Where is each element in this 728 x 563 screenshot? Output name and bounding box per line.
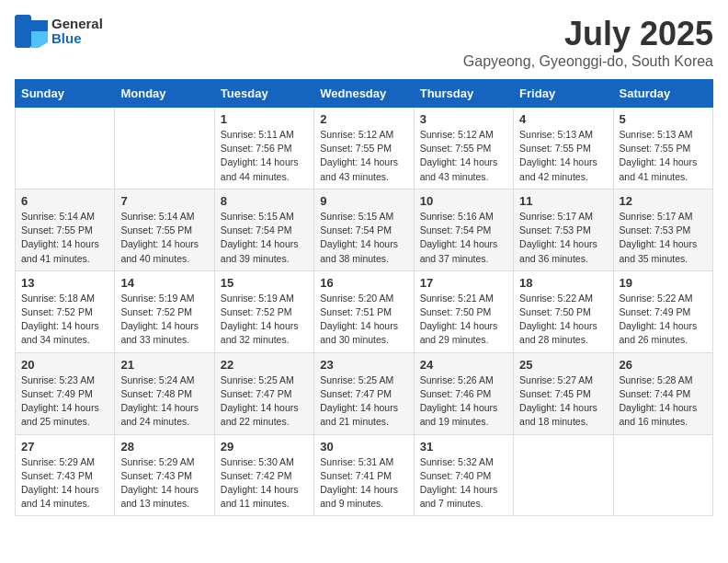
day-number: 30 [320,440,407,454]
day-number: 15 [221,276,308,290]
day-info: Sunrise: 5:12 AM Sunset: 7:55 PM Dayligh… [320,128,407,184]
day-number: 1 [221,112,308,126]
day-info: Sunrise: 5:29 AM Sunset: 7:43 PM Dayligh… [120,455,208,511]
day-info: Sunrise: 5:13 AM Sunset: 7:55 PM Dayligh… [519,128,607,184]
calendar-cell: 9Sunrise: 5:15 AM Sunset: 7:54 PM Daylig… [314,189,414,270]
calendar-cell: 2Sunrise: 5:12 AM Sunset: 7:55 PM Daylig… [314,108,414,190]
day-number: 7 [120,194,208,208]
logo-blue: Blue [51,30,82,46]
day-info: Sunrise: 5:22 AM Sunset: 7:49 PM Dayligh… [620,292,707,348]
day-number: 21 [120,358,208,372]
calendar-week-row: 6Sunrise: 5:14 AM Sunset: 7:55 PM Daylig… [16,189,713,270]
day-info: Sunrise: 5:15 AM Sunset: 7:54 PM Dayligh… [221,210,308,266]
day-number: 13 [21,276,108,290]
day-number: 11 [519,194,607,208]
day-number: 8 [221,194,308,208]
svg-rect-0 [15,15,31,48]
day-number: 29 [221,440,308,454]
calendar-cell: 22Sunrise: 5:25 AM Sunset: 7:47 PM Dayli… [214,352,313,434]
day-info: Sunrise: 5:30 AM Sunset: 7:42 PM Dayligh… [221,455,308,511]
day-info: Sunrise: 5:15 AM Sunset: 7:54 PM Dayligh… [320,210,407,266]
calendar-week-row: 20Sunrise: 5:23 AM Sunset: 7:49 PM Dayli… [16,352,713,434]
day-number: 19 [620,276,707,290]
day-header-wednesday: Wednesday [314,80,414,108]
day-info: Sunrise: 5:13 AM Sunset: 7:55 PM Dayligh… [620,128,707,184]
day-number: 25 [519,358,607,372]
calendar-cell: 5Sunrise: 5:13 AM Sunset: 7:55 PM Daylig… [613,108,712,190]
day-info: Sunrise: 5:25 AM Sunset: 7:47 PM Dayligh… [320,373,407,430]
calendar-cell: 30Sunrise: 5:31 AM Sunset: 7:41 PM Dayli… [314,434,414,516]
day-header-tuesday: Tuesday [214,80,313,108]
day-number: 22 [221,358,308,372]
day-info: Sunrise: 5:27 AM Sunset: 7:45 PM Dayligh… [519,373,607,430]
calendar-cell [514,434,613,516]
calendar-cell: 14Sunrise: 5:19 AM Sunset: 7:52 PM Dayli… [115,270,214,352]
calendar-cell [613,434,712,516]
day-info: Sunrise: 5:23 AM Sunset: 7:49 PM Dayligh… [21,373,108,430]
day-info: Sunrise: 5:32 AM Sunset: 7:40 PM Dayligh… [420,455,507,511]
day-header-sunday: Sunday [16,80,115,108]
day-number: 23 [320,358,407,372]
day-info: Sunrise: 5:24 AM Sunset: 7:48 PM Dayligh… [120,373,208,430]
day-number: 3 [420,112,507,126]
calendar-week-row: 1Sunrise: 5:11 AM Sunset: 7:56 PM Daylig… [16,108,713,190]
day-info: Sunrise: 5:19 AM Sunset: 7:52 PM Dayligh… [221,292,308,348]
day-info: Sunrise: 5:17 AM Sunset: 7:53 PM Dayligh… [620,210,707,266]
calendar-cell: 20Sunrise: 5:23 AM Sunset: 7:49 PM Dayli… [16,352,115,434]
day-number: 24 [420,358,507,372]
calendar-cell: 7Sunrise: 5:14 AM Sunset: 7:55 PM Daylig… [115,189,214,270]
day-number: 17 [420,276,507,290]
day-header-saturday: Saturday [613,80,712,108]
calendar-cell: 13Sunrise: 5:18 AM Sunset: 7:52 PM Dayli… [16,270,115,352]
logo-icon [15,15,48,48]
day-number: 18 [519,276,607,290]
day-header-thursday: Thursday [414,80,513,108]
calendar-cell: 26Sunrise: 5:28 AM Sunset: 7:44 PM Dayli… [613,352,712,434]
day-info: Sunrise: 5:16 AM Sunset: 7:54 PM Dayligh… [420,210,507,266]
day-info: Sunrise: 5:17 AM Sunset: 7:53 PM Dayligh… [519,210,607,266]
day-info: Sunrise: 5:31 AM Sunset: 7:41 PM Dayligh… [320,455,407,511]
calendar-cell: 23Sunrise: 5:25 AM Sunset: 7:47 PM Dayli… [314,352,414,434]
day-header-monday: Monday [115,80,214,108]
calendar-header-row: SundayMondayTuesdayWednesdayThursdayFrid… [16,80,713,108]
day-number: 4 [519,112,607,126]
day-info: Sunrise: 5:18 AM Sunset: 7:52 PM Dayligh… [21,292,108,348]
calendar-cell: 25Sunrise: 5:27 AM Sunset: 7:45 PM Dayli… [514,352,613,434]
day-number: 16 [320,276,407,290]
calendar-cell [16,108,115,190]
calendar-cell: 28Sunrise: 5:29 AM Sunset: 7:43 PM Dayli… [115,434,214,516]
calendar-cell: 6Sunrise: 5:14 AM Sunset: 7:55 PM Daylig… [16,189,115,270]
day-number: 2 [320,112,407,126]
day-number: 20 [21,358,108,372]
day-number: 27 [21,440,108,454]
day-header-friday: Friday [514,80,613,108]
calendar-table: SundayMondayTuesdayWednesdayThursdayFrid… [15,79,713,516]
day-info: Sunrise: 5:26 AM Sunset: 7:46 PM Dayligh… [420,373,507,430]
page-header: General Blue July 2025 Gapyeong, Gyeongg… [15,15,713,70]
calendar-cell: 10Sunrise: 5:16 AM Sunset: 7:54 PM Dayli… [414,189,513,270]
day-info: Sunrise: 5:14 AM Sunset: 7:55 PM Dayligh… [21,210,108,266]
day-info: Sunrise: 5:25 AM Sunset: 7:47 PM Dayligh… [221,373,308,430]
calendar-cell [115,108,214,190]
day-info: Sunrise: 5:14 AM Sunset: 7:55 PM Dayligh… [120,210,208,266]
calendar-week-row: 27Sunrise: 5:29 AM Sunset: 7:43 PM Dayli… [16,434,713,516]
day-info: Sunrise: 5:11 AM Sunset: 7:56 PM Dayligh… [221,128,308,184]
calendar-week-row: 13Sunrise: 5:18 AM Sunset: 7:52 PM Dayli… [16,270,713,352]
day-info: Sunrise: 5:19 AM Sunset: 7:52 PM Dayligh… [120,292,208,348]
calendar-cell: 24Sunrise: 5:26 AM Sunset: 7:46 PM Dayli… [414,352,513,434]
day-number: 31 [420,440,507,454]
day-number: 14 [120,276,208,290]
calendar-cell: 8Sunrise: 5:15 AM Sunset: 7:54 PM Daylig… [214,189,313,270]
calendar-cell: 29Sunrise: 5:30 AM Sunset: 7:42 PM Dayli… [214,434,313,516]
day-info: Sunrise: 5:21 AM Sunset: 7:50 PM Dayligh… [420,292,507,348]
day-number: 28 [120,440,208,454]
svg-marker-2 [31,31,48,48]
day-info: Sunrise: 5:12 AM Sunset: 7:55 PM Dayligh… [420,128,507,184]
day-info: Sunrise: 5:28 AM Sunset: 7:44 PM Dayligh… [620,373,707,430]
calendar-cell: 12Sunrise: 5:17 AM Sunset: 7:53 PM Dayli… [613,189,712,270]
month-title: July 2025 [463,15,713,53]
title-block: July 2025 Gapyeong, Gyeonggi-do, South K… [463,15,713,70]
calendar-cell: 17Sunrise: 5:21 AM Sunset: 7:50 PM Dayli… [414,270,513,352]
calendar-cell: 19Sunrise: 5:22 AM Sunset: 7:49 PM Dayli… [613,270,712,352]
calendar-cell: 1Sunrise: 5:11 AM Sunset: 7:56 PM Daylig… [214,108,313,190]
